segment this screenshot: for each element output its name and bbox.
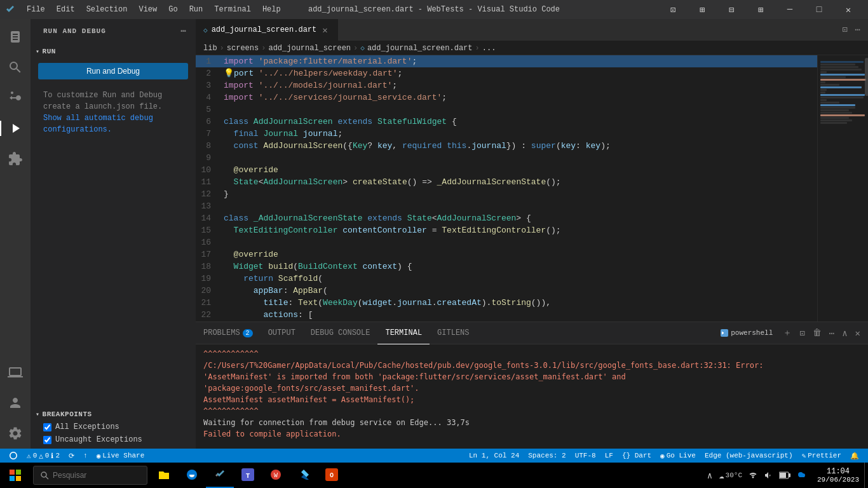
status-push[interactable]: ↑ — [79, 449, 92, 463]
prettier-icon: ✎ — [802, 452, 806, 460]
vscode-logo-icon — [5, 4, 15, 15]
tray-icons: ∧ ☁30°C — [702, 463, 812, 488]
tab-terminal[interactable]: TERMINAL — [377, 322, 430, 344]
source-control-icon[interactable] — [0, 83, 31, 113]
code-line-22: 22 actions: [ — [196, 309, 817, 321]
window-layout-toggle[interactable]: ⊡ — [658, 0, 688, 19]
terminal-right-actions: powershell ＋ ⊡ 🗑 ⋯ ∧ ✕ — [721, 326, 868, 340]
menu-file[interactable]: File — [22, 4, 50, 15]
tray-network[interactable] — [746, 463, 760, 488]
taskbar-app-office[interactable]: O — [318, 463, 346, 488]
status-language[interactable]: {} Dart — [618, 449, 655, 463]
windows-start-button[interactable] — [0, 463, 31, 488]
svg-rect-1 — [10, 470, 15, 475]
run-section: ▾ RUN Run and Debug To customize Run and… — [31, 40, 196, 146]
taskbar: T W O ∧ ☁30°C 11:04 — [0, 463, 868, 488]
code-line-17: 17 @override — [196, 248, 817, 261]
settings-icon[interactable] — [0, 418, 31, 449]
status-eol[interactable]: LF — [601, 449, 617, 463]
window-panels-toggle[interactable]: ⊟ — [717, 0, 746, 19]
uncaught-exceptions-checkbox[interactable] — [43, 436, 51, 444]
menu-go[interactable]: Go — [163, 4, 182, 15]
split-editor-icon[interactable]: ⊡ — [839, 23, 850, 36]
close-button[interactable]: ✕ — [834, 0, 863, 19]
run-collapse-header[interactable]: ▾ RUN — [31, 45, 196, 58]
tabs-right: ⊡ ⋯ — [834, 19, 868, 41]
status-remote[interactable] — [5, 449, 22, 463]
minimize-button[interactable]: ─ — [775, 0, 804, 19]
remote-icon[interactable] — [0, 357, 31, 388]
accounts-icon[interactable] — [0, 388, 31, 418]
breadcrumb-more[interactable]: ... — [482, 44, 496, 53]
menu-edit[interactable]: Edit — [51, 4, 80, 15]
menu-view[interactable]: View — [133, 4, 162, 15]
breadcrumb-folder[interactable]: add_journal_screen — [268, 44, 351, 53]
breadcrumb-file[interactable]: add_journal_screen.dart — [367, 44, 473, 53]
tab-gitlens[interactable]: GITLENS — [430, 322, 477, 344]
minimap — [817, 55, 868, 322]
tray-volume[interactable] — [761, 463, 775, 488]
taskbar-app-browser2[interactable]: W — [262, 463, 290, 488]
window-split-toggle[interactable]: ⊞ — [688, 0, 717, 19]
status-prettier[interactable]: ✎ Prettier — [798, 449, 845, 463]
status-spaces[interactable]: Spaces: 2 — [524, 449, 569, 463]
code-area[interactable]: 1 import 'package:flutter/material.dart'… — [196, 55, 817, 322]
tray-battery[interactable] — [776, 463, 793, 488]
search-icon[interactable] — [0, 52, 31, 83]
explorer-icon[interactable] — [0, 22, 31, 52]
all-exceptions-checkbox[interactable] — [43, 423, 51, 431]
status-sync[interactable]: ⟳ — [65, 449, 78, 463]
terminal-label: TERMINAL — [385, 329, 422, 337]
menu-selection[interactable]: Selection — [81, 4, 133, 15]
language-label: {} Dart — [622, 452, 651, 459]
cursor-position: Ln 1, Col 24 — [469, 452, 519, 459]
clock-area[interactable]: 11:04 29/06/2023 — [812, 463, 864, 488]
extensions-icon[interactable] — [0, 144, 31, 174]
more-tabs-icon[interactable]: ⋯ — [853, 23, 863, 36]
maximize-panel-icon[interactable]: ∧ — [839, 327, 850, 340]
push-icon: ↑ — [83, 452, 88, 459]
taskbar-app-teams[interactable]: T — [234, 463, 262, 488]
tab-output[interactable]: OUTPUT — [261, 322, 303, 344]
tab-problems[interactable]: PROBLEMS 2 — [196, 322, 261, 344]
taskbar-search-input[interactable] — [53, 471, 135, 480]
add-terminal-icon[interactable]: ＋ — [780, 326, 794, 340]
status-browser[interactable]: Edge (web-javascript) — [701, 449, 797, 463]
tab-debug-console[interactable]: DEBUG CONSOLE — [303, 322, 378, 344]
tab-close-button[interactable]: ✕ — [320, 24, 329, 36]
tray-up-arrow[interactable]: ∧ — [705, 463, 715, 488]
window-grid-toggle[interactable]: ⊞ — [746, 0, 775, 19]
show-desktop-button[interactable] — [864, 463, 868, 488]
taskbar-search-bar[interactable] — [33, 466, 147, 485]
kill-terminal-icon[interactable]: 🗑 — [810, 327, 824, 339]
debug-configs-link[interactable]: Show all automatic debug configurations. — [43, 114, 153, 134]
menu-terminal[interactable]: Terminal — [209, 4, 256, 15]
menu-run[interactable]: Run — [184, 4, 208, 15]
run-debug-icon[interactable] — [0, 113, 31, 144]
editor-tab-active[interactable]: ◇ add_journal_screen.dart ✕ — [196, 19, 338, 41]
split-terminal-icon[interactable]: ⊡ — [797, 327, 807, 340]
code-line-15: 15 TextEditingController contentControll… — [196, 224, 817, 236]
status-liveshare[interactable]: ◉ Live Share — [93, 449, 149, 463]
status-cursor[interactable]: Ln 1, Col 24 — [465, 449, 523, 463]
breadcrumb-lib[interactable]: lib — [203, 44, 217, 53]
run-debug-button[interactable]: Run and Debug — [38, 63, 188, 79]
status-notifications[interactable]: 🔔 — [846, 449, 863, 463]
sidebar-more-icon[interactable]: ⋯ — [180, 24, 188, 37]
close-panel-icon[interactable]: ✕ — [853, 327, 863, 340]
breadcrumb-screens[interactable]: screens — [227, 44, 259, 53]
code-line-5: 5 — [196, 104, 817, 116]
status-golive[interactable]: ◉ Go Live — [656, 449, 700, 463]
taskbar-app-edge[interactable] — [178, 463, 206, 488]
taskbar-app-explorer[interactable] — [150, 463, 178, 488]
maximize-button[interactable]: □ — [804, 0, 834, 19]
tray-onedrive[interactable] — [794, 463, 810, 488]
breakpoints-collapse-header[interactable]: ▾ BREAKPOINTS — [31, 408, 196, 421]
status-errors[interactable]: ⚠ 0 △ 0 ℹ 2 — [23, 449, 64, 463]
menu-help[interactable]: Help — [257, 4, 286, 15]
taskbar-app-vscode[interactable] — [206, 463, 234, 488]
tray-weather[interactable]: ☁30°C — [716, 463, 745, 488]
taskbar-app-flutter[interactable] — [290, 463, 318, 488]
terminal-more-icon[interactable]: ⋯ — [827, 327, 837, 340]
status-encoding[interactable]: UTF-8 — [571, 449, 600, 463]
